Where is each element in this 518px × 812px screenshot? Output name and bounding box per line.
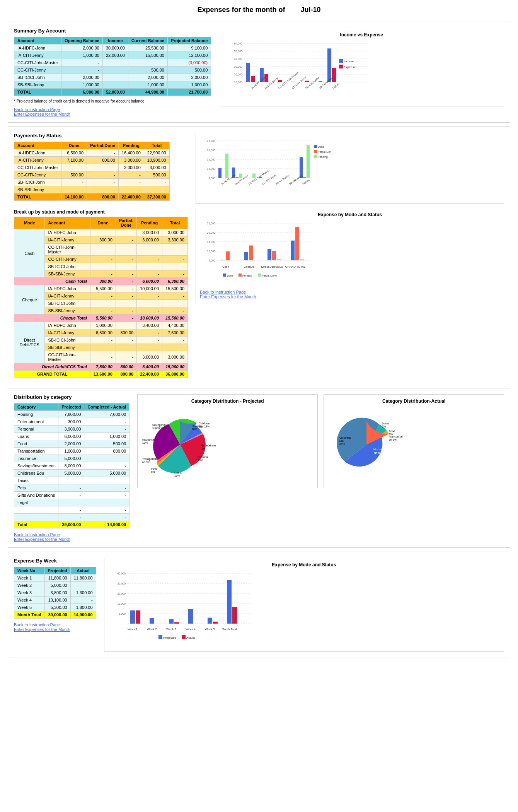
enter-expenses-link-4[interactable]: Enter Expenses for the Month <box>14 627 96 632</box>
table-row: Savings/Investment8,000.00- <box>14 462 130 470</box>
dist-cell: 5,000.00 <box>84 470 130 477</box>
value-cell: - <box>137 263 162 270</box>
value-cell: - <box>162 263 188 270</box>
summary-cell: CC-CITI-Jenny <box>14 67 61 74</box>
value-cell: - <box>137 300 162 307</box>
payments-cell: 500.00 <box>144 171 169 179</box>
weekly-chart-area: Expense by Mode and Status 45,000 35,000… <box>104 558 504 652</box>
dist-cell: - <box>58 506 84 514</box>
payments-cell: IA-CITI-Jenny <box>14 157 61 164</box>
dist-cell: 500.00 <box>84 440 130 448</box>
enter-expenses-link-2[interactable]: Enter Expenses for the Month <box>200 294 500 299</box>
payments-cell: 800.00 <box>87 193 119 201</box>
dist-col-cat: Category <box>14 403 58 411</box>
svg-text:25,000: 25,000 <box>207 222 216 225</box>
value-cell: - <box>90 300 116 307</box>
payments-cell: - <box>118 179 144 186</box>
svg-rect-67 <box>307 145 310 178</box>
dist-cell: - <box>84 514 130 521</box>
col-projected: Projected Balance <box>167 37 211 44</box>
svg-text:25,000: 25,000 <box>207 140 216 142</box>
svg-text:Income: Income <box>344 60 354 63</box>
week-cell: 1,800.00 <box>70 604 96 611</box>
svg-rect-21 <box>305 81 309 82</box>
svg-text:15%: 15% <box>174 474 180 477</box>
svg-text:15,000: 15,000 <box>207 241 216 243</box>
pie-chart-projected: Category Distribution - Projected <box>137 394 318 488</box>
svg-rect-102 <box>300 259 304 260</box>
dist-cell: - <box>58 492 84 499</box>
svg-rect-160 <box>213 622 218 624</box>
svg-text:Done: Done <box>227 274 233 277</box>
dist-cell: Gifts And Donations <box>14 492 58 499</box>
week-cell: Week 3 <box>14 589 45 597</box>
payments-cell: 6,500.00 <box>61 149 87 157</box>
back-link-2[interactable]: Back to Instruction Page <box>200 290 500 294</box>
table-row: Insurance5,000.00- <box>14 455 130 462</box>
weekly-chart: Expense by Mode and Status 45,000 35,000… <box>104 558 504 652</box>
enter-expenses-link-3[interactable]: Enter Expenses for the Month <box>14 537 130 542</box>
svg-rect-17 <box>278 80 282 82</box>
back-link-4[interactable]: Back to Instruction Page <box>14 622 96 627</box>
value-cell: 3,000.00 <box>137 229 162 236</box>
value-cell: 800.00 <box>116 329 136 337</box>
dist-cell: Pets <box>14 484 58 492</box>
value-cell: - <box>116 263 136 270</box>
value-cell: - <box>162 307 188 315</box>
svg-rect-23 <box>319 81 322 82</box>
acc-cell: SB-ICICI-John <box>45 263 90 270</box>
svg-text:Projected: Projected <box>163 636 176 639</box>
payments-cell: TOTAL <box>14 193 61 201</box>
page-title: Expenses for the month of Jul-10 <box>0 0 518 18</box>
table-row: Cash Total300.00-6,000.006,300.00 <box>14 278 188 285</box>
table-row: GRAND TOTAL13,600.00800.0022,400.0036,80… <box>14 371 188 378</box>
dist-cell: 8,000.00 <box>58 462 84 470</box>
dist-col-proj: Projected <box>58 403 84 411</box>
bk-col-total: Total <box>162 217 188 229</box>
value-cell: 3,300.00 <box>162 236 188 244</box>
dist-cell: 1,000.00 <box>58 448 84 455</box>
dist-cell: - <box>84 462 130 470</box>
value-cell: 3,400.00 <box>137 322 162 329</box>
dist-cell: - <box>58 484 84 492</box>
week-cell: 39,000.00 <box>44 611 70 619</box>
payments-svg: 25,000 20,000 15,000 10,000 5,000 <box>200 137 331 199</box>
payments-cell: 3,000.00 <box>144 164 169 171</box>
value-cell: 6,800.00 <box>90 329 116 337</box>
table-row: Loans6,000.001,000.00 <box>14 433 130 440</box>
acc-cell: IA-HDFC-John <box>45 322 90 329</box>
dist-col-actual: Completed - Actual <box>84 403 130 411</box>
payments-cell: - <box>87 171 119 179</box>
payments-cell: 14,100.00 <box>61 193 87 201</box>
value-cell: - <box>90 344 116 351</box>
dist-cell: Insurance <box>14 455 58 462</box>
value-cell: - <box>90 351 116 363</box>
acc-cell: CC-CITI-Jenny <box>45 256 90 263</box>
svg-text:20,000: 20,000 <box>207 231 216 234</box>
back-link-3[interactable]: Back to Instruction Page <box>14 532 130 537</box>
section-distribution: Distribution by category Category Projec… <box>8 388 510 548</box>
payments-cell: - <box>118 171 144 179</box>
table-row: Total39,000.0014,900.00 <box>14 521 130 528</box>
enter-expenses-link-1[interactable]: Enter Expenses for the Month <box>14 112 211 116</box>
dist-cell: 800.00 <box>84 448 130 455</box>
value-cell: - <box>162 344 188 351</box>
payments-cell: CC-CITI-John-Master <box>14 164 61 171</box>
svg-text:45,000: 45,000 <box>117 572 126 575</box>
week-table: Week No Projected Actual Week 111,800.00… <box>14 567 96 619</box>
svg-rect-171 <box>182 635 186 639</box>
svg-text:1%: 1% <box>201 447 205 450</box>
summary-cell <box>102 81 128 89</box>
summary-table: Account Opening Balance Income Current B… <box>14 37 211 96</box>
pay-col-total: Total <box>144 142 169 149</box>
summary-cell: 30,000.00 <box>102 44 128 52</box>
value-cell: - <box>116 236 136 244</box>
svg-rect-75 <box>314 145 317 148</box>
svg-rect-161 <box>227 580 232 624</box>
svg-text:Cheque: Cheque <box>244 265 254 268</box>
payments-cell: SB-SBI-Jenny <box>14 186 61 193</box>
value-cell: - <box>90 256 116 263</box>
svg-text:20%: 20% <box>192 428 197 431</box>
back-link-1[interactable]: Back to Instruction Page <box>14 107 211 112</box>
table-row: Taxes-- <box>14 477 130 484</box>
